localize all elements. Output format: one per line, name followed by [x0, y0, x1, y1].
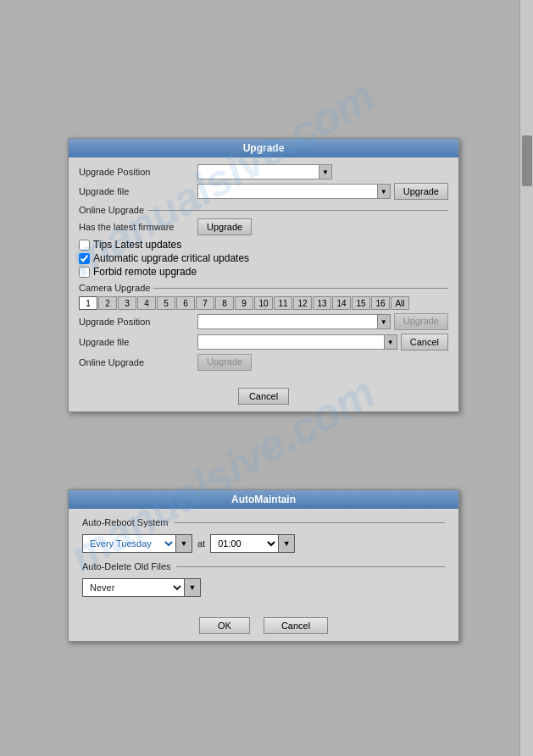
- cam-upgrade-btn: Upgrade: [394, 313, 448, 330]
- cam-cancel-btn[interactable]: Cancel: [401, 334, 448, 350]
- upgrade-position-input-container: ▼: [197, 164, 332, 179]
- cam-num-6[interactable]: 6: [176, 296, 195, 310]
- reboot-time-arrow[interactable]: ▼: [278, 534, 295, 553]
- upgrade-file-btn[interactable]: Upgrade: [394, 183, 448, 200]
- cam-upgrade-file-container: ▼: [197, 334, 397, 350]
- automaintain-dialog: AutoMaintain Auto-Reboot System Every Tu…: [68, 489, 459, 642]
- cam-upgrade-file-row: Upgrade file ▼ Cancel: [79, 334, 448, 350]
- automaintain-footer: OK Cancel: [69, 610, 458, 641]
- delete-select[interactable]: Never: [82, 578, 184, 597]
- upgrade-file-arrow[interactable]: ▼: [377, 184, 391, 199]
- cam-upgrade-file-label: Upgrade file: [79, 337, 197, 347]
- cam-num-8[interactable]: 8: [215, 296, 234, 310]
- cam-num-1[interactable]: 1: [79, 296, 97, 310]
- cam-num-16[interactable]: 16: [371, 296, 390, 310]
- auto-reboot-row: Every Tuesday ▼ at 01:00 ▼: [82, 534, 445, 553]
- automaintain-body: Auto-Reboot System Every Tuesday ▼ at 01…: [69, 509, 458, 610]
- upgrade-position-input[interactable]: [197, 164, 319, 179]
- cam-online-upgrade-btn: Upgrade: [197, 354, 252, 371]
- cam-num-3[interactable]: 3: [118, 296, 136, 310]
- auto-reboot-section: Auto-Reboot System: [82, 517, 445, 527]
- scrollbar-thumb[interactable]: [522, 135, 532, 186]
- automaintain-cancel-btn[interactable]: Cancel: [264, 617, 328, 634]
- tips-latest-row: Tips Latest updates: [79, 239, 448, 251]
- cam-num-15[interactable]: 15: [352, 296, 370, 310]
- tips-latest-label: Tips Latest updates: [93, 239, 181, 251]
- upgrade-dialog: Upgrade Upgrade Position ▼ Upgrade file …: [68, 138, 459, 412]
- latest-firmware-row: Has the latest firmware Upgrade: [79, 218, 448, 235]
- tips-latest-checkbox[interactable]: [79, 240, 90, 251]
- forbid-remote-label: Forbid remote upgrade: [93, 266, 197, 278]
- auto-upgrade-checkbox[interactable]: [79, 253, 90, 264]
- cam-upgrade-position-input[interactable]: [197, 314, 377, 329]
- auto-delete-section: Auto-Delete Old Files: [82, 561, 445, 571]
- cam-upgrade-position-row: Upgrade Position ▼ Upgrade: [79, 313, 448, 330]
- cam-num-10[interactable]: 10: [254, 296, 273, 310]
- upgrade-file-row: Upgrade file ▼ Upgrade: [79, 183, 448, 200]
- cam-num-11[interactable]: 11: [274, 296, 292, 310]
- cam-num-7[interactable]: 7: [196, 296, 214, 310]
- latest-firmware-label: Has the latest firmware: [79, 222, 197, 232]
- auto-delete-row: Never ▼: [82, 578, 445, 597]
- cam-upgrade-position-container: ▼: [197, 314, 391, 329]
- auto-upgrade-label: Automatic upgrade critical updates: [93, 252, 249, 264]
- cam-num-2[interactable]: 2: [98, 296, 117, 310]
- upgrade-dialog-title: Upgrade: [69, 139, 458, 157]
- reboot-day-arrow[interactable]: ▼: [175, 534, 192, 553]
- camera-upgrade-section: Camera Upgrade: [79, 283, 448, 293]
- delete-arrow[interactable]: ▼: [184, 578, 201, 597]
- auto-upgrade-row: Automatic upgrade critical updates: [79, 252, 448, 264]
- cam-num-14[interactable]: 14: [332, 296, 351, 310]
- cam-num-5[interactable]: 5: [157, 296, 175, 310]
- cam-num-12[interactable]: 12: [293, 296, 312, 310]
- reboot-day-select[interactable]: Every Tuesday: [82, 534, 175, 553]
- scrollbar[interactable]: [519, 0, 533, 756]
- upgrade-position-label: Upgrade Position: [79, 167, 197, 177]
- automaintain-title: AutoMaintain: [69, 490, 458, 509]
- cam-num-13[interactable]: 13: [313, 296, 331, 310]
- forbid-remote-row: Forbid remote upgrade: [79, 266, 448, 278]
- cam-upgrade-file-arrow[interactable]: ▼: [384, 334, 397, 350]
- cam-upgrade-position-arrow[interactable]: ▼: [377, 314, 391, 329]
- forbid-remote-checkbox[interactable]: [79, 267, 90, 278]
- delete-container: Never ▼: [82, 578, 201, 597]
- cam-online-upgrade-label: Online Upgrade: [79, 357, 197, 367]
- reboot-at-label: at: [197, 538, 205, 549]
- upgrade-position-row: Upgrade Position ▼: [79, 164, 448, 179]
- cam-upgrade-file-input[interactable]: [197, 334, 384, 350]
- upgrade-file-input[interactable]: [197, 184, 377, 199]
- cam-num-4[interactable]: 4: [137, 296, 156, 310]
- upgrade-position-arrow[interactable]: ▼: [319, 164, 332, 179]
- online-upgrade-section: Online Upgrade: [79, 205, 448, 215]
- cam-num-all[interactable]: All: [391, 296, 409, 310]
- cam-online-upgrade-row: Online Upgrade Upgrade: [79, 354, 448, 371]
- reboot-time-container: 01:00 ▼: [210, 534, 295, 553]
- upgrade-cancel-btn[interactable]: Cancel: [238, 388, 289, 405]
- latest-firmware-upgrade-btn[interactable]: Upgrade: [197, 218, 252, 235]
- upgrade-file-input-container: ▼: [197, 184, 391, 199]
- automaintain-ok-btn[interactable]: OK: [199, 617, 250, 634]
- camera-numbers: 1 2 3 4 5 6 7 8 9 10 11 12 13 14 15 16 A…: [79, 296, 448, 310]
- upgrade-dialog-body: Upgrade Position ▼ Upgrade file ▼ Upgrad…: [69, 157, 458, 381]
- upgrade-dialog-footer: Cancel: [69, 381, 458, 411]
- reboot-time-select[interactable]: 01:00: [210, 534, 278, 553]
- upgrade-file-label: Upgrade file: [79, 186, 197, 196]
- cam-num-9[interactable]: 9: [235, 296, 253, 310]
- reboot-day-container: Every Tuesday ▼: [82, 534, 192, 553]
- cam-upgrade-position-label: Upgrade Position: [79, 317, 197, 327]
